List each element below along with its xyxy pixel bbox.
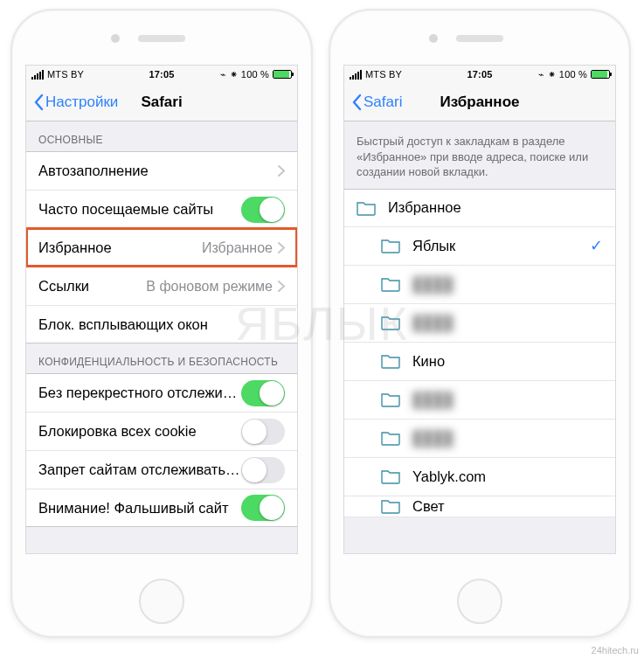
phone-right: MTS BY 17:05 ⌁ ⁕ 100 % Safari Избранное …	[329, 9, 631, 638]
signal-icon	[31, 70, 44, 80]
toggle-cross-tracking[interactable]	[241, 380, 285, 406]
row-label: Запрет сайтам отслеживать м…	[38, 461, 241, 478]
row-block-popups[interactable]: Блок. всплывающих окон	[26, 305, 297, 343]
folder-name: Яблык	[412, 238, 590, 254]
folder-icon	[357, 200, 376, 216]
folder-item[interactable]: Yablyk.com	[344, 458, 615, 496]
back-button[interactable]: Настройки	[33, 94, 118, 111]
screen-left: MTS BY 17:05 ⌁ ⁕ 100 % Настройки Safari …	[25, 65, 298, 554]
row-do-not-track[interactable]: Запрет сайтам отслеживать м…	[26, 450, 297, 489]
row-label: Ссылки	[38, 278, 146, 295]
section-header-general: ОСНОВНЫЕ	[26, 121, 297, 151]
row-label: Избранное	[38, 239, 202, 256]
back-button[interactable]: Safari	[351, 94, 402, 111]
row-label: Часто посещаемые сайты	[38, 201, 241, 218]
favorites-note: Быстрый доступ к закладкам в разделе «Из…	[344, 121, 615, 189]
folder-item[interactable]: Кино	[344, 343, 615, 381]
row-label: Автозаполнение	[38, 163, 278, 179]
home-button[interactable]	[457, 579, 502, 624]
back-label: Safari	[364, 94, 402, 111]
folder-root[interactable]: Избранное	[344, 189, 615, 227]
row-links[interactable]: Ссылки В фоновом режиме	[26, 267, 297, 305]
folder-name: Свет	[412, 498, 603, 515]
chevron-right-icon	[278, 281, 285, 292]
folder-item[interactable]: Свет	[344, 496, 615, 517]
battery-pct: 100 %	[559, 69, 587, 80]
row-frequent-sites[interactable]: Часто посещаемые сайты	[26, 190, 297, 228]
row-label: Без перекрестного отслежива…	[38, 385, 241, 401]
signal-icon	[350, 70, 362, 80]
status-bar: MTS BY 17:05 ⌁ ⁕ 100 %	[26, 66, 297, 83]
folder-item[interactable]: Яблык✓	[344, 227, 615, 266]
chevron-right-icon	[278, 165, 285, 177]
row-fraud-warning[interactable]: Внимание! Фальшивый сайт	[26, 489, 297, 527]
carrier-label: MTS BY	[365, 69, 402, 80]
check-icon: ✓	[590, 236, 603, 255]
folder-name: ████	[412, 276, 603, 293]
row-value: В фоновом режиме	[146, 279, 273, 295]
nav-bar: Safari Избранное	[344, 83, 615, 121]
folder-item[interactable]: ████	[344, 304, 615, 343]
folder-name: ████	[412, 315, 603, 331]
status-time: 17:05	[467, 69, 492, 80]
folder-icon	[381, 353, 400, 369]
phone-left: MTS BY 17:05 ⌁ ⁕ 100 % Настройки Safari …	[10, 9, 313, 638]
status-bar: MTS BY 17:05 ⌁ ⁕ 100 %	[344, 66, 615, 83]
row-label: Блокировка всех cookie	[38, 423, 241, 440]
settings-content[interactable]: ОСНОВНЫЕ Автозаполнение Часто посещаемые…	[26, 121, 297, 553]
folder-icon	[381, 430, 400, 446]
battery-icon	[273, 70, 292, 79]
row-cross-tracking[interactable]: Без перекрестного отслежива…	[26, 373, 297, 412]
row-autofill[interactable]: Автозаполнение	[26, 151, 297, 190]
row-label: Блок. всплывающих окон	[38, 316, 285, 333]
folder-item[interactable]: ████	[344, 266, 615, 304]
folder-icon	[381, 238, 400, 253]
speaker	[138, 35, 185, 42]
row-value: Избранное	[202, 240, 273, 256]
status-time: 17:05	[149, 69, 174, 80]
folder-icon	[381, 392, 400, 407]
folder-name: ████	[412, 392, 603, 408]
screen-right: MTS BY 17:05 ⌁ ⁕ 100 % Safari Избранное …	[343, 65, 616, 554]
credit: 24hitech.ru	[592, 645, 639, 656]
folder-name: Избранное	[388, 199, 603, 216]
favorites-content[interactable]: Быстрый доступ к закладкам в разделе «Из…	[344, 121, 615, 553]
back-label: Настройки	[45, 94, 118, 111]
row-block-cookies[interactable]: Блокировка всех cookie	[26, 412, 297, 450]
home-button[interactable]	[139, 579, 184, 624]
folder-icon	[381, 498, 400, 514]
front-camera	[111, 34, 120, 43]
toggle-fraud-warning[interactable]	[241, 495, 285, 521]
battery-icon	[591, 70, 610, 79]
bluetooth-icon: ⌁ ⁕	[220, 69, 238, 80]
speaker	[456, 35, 503, 42]
chevron-left-icon	[33, 94, 44, 111]
toggle-block-cookies[interactable]	[241, 419, 285, 445]
folder-icon	[381, 276, 400, 292]
row-label: Внимание! Фальшивый сайт	[38, 500, 241, 517]
battery-pct: 100 %	[241, 69, 269, 80]
row-favorites[interactable]: Избранное Избранное	[26, 228, 297, 267]
chevron-left-icon	[351, 94, 362, 111]
folder-name: ████	[412, 430, 603, 447]
section-header-privacy: КОНФИДЕНЦИАЛЬНОСТЬ И БЕЗОПАСНОСТЬ	[26, 343, 297, 373]
toggle-do-not-track[interactable]	[241, 457, 285, 483]
front-camera	[429, 34, 438, 43]
toggle-frequent[interactable]	[241, 197, 285, 223]
carrier-label: MTS BY	[47, 69, 84, 80]
bluetooth-icon: ⌁ ⁕	[538, 69, 556, 80]
folder-name: Yablyk.com	[412, 468, 603, 485]
nav-bar: Настройки Safari	[26, 83, 297, 121]
folder-icon	[381, 468, 400, 484]
folder-name: Кино	[412, 353, 603, 370]
folder-item[interactable]: ████	[344, 420, 615, 458]
folder-item[interactable]: ████	[344, 381, 615, 420]
folder-icon	[381, 315, 400, 330]
chevron-right-icon	[278, 242, 285, 253]
